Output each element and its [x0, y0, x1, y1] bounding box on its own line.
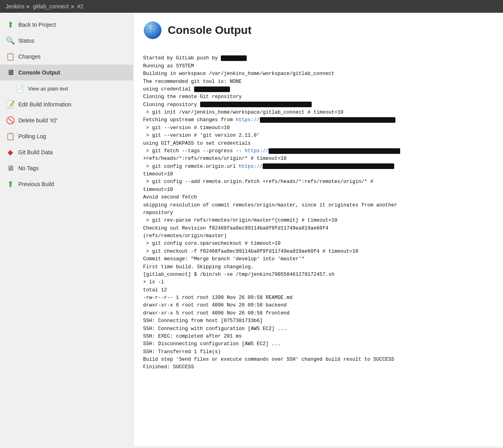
console-line-4: The recommended git tool is: NONE	[143, 79, 242, 84]
git-icon: ◆	[6, 148, 14, 156]
notepad-icon: 📋	[6, 53, 14, 61]
console-line-16: timeout=10	[143, 171, 173, 177]
notags-icon: 🖥	[6, 164, 14, 172]
sidebar-item-no-tags[interactable]: 🖥 No Tags	[0, 160, 133, 176]
console-line-41: Finished: SUCCESS	[143, 364, 194, 370]
sidebar-item-delete-build[interactable]: 🚫 Delete build '#2'	[0, 112, 133, 128]
sidebar-label-view-plain-text: View as plain text	[28, 86, 68, 92]
console-line-22: > git rev-parse refs/remotes/origin/mast…	[143, 218, 338, 223]
console-line-1: Started by GitLab push by	[143, 55, 247, 61]
console-line-39: SSH: Transferred 1 file(s)	[143, 349, 221, 355]
console-line-33: drwxr-xr-x 6 root root 4096 Nov 26 09:58…	[143, 303, 287, 308]
console-line-27: Commit message: "Merge branch 'develop' …	[143, 256, 305, 262]
console-line-20: skipping resolution of commit remotes/or…	[143, 202, 397, 208]
breadcrumb-build-number[interactable]: #2	[77, 3, 84, 10]
sidebar-item-previous-build[interactable]: ⬆ Previous Build	[0, 176, 133, 192]
redacted-url-1	[260, 117, 395, 123]
main-content: Console Output Started by GitLab push by…	[134, 13, 503, 446]
sidebar-label-git-build-data: Git Build Data	[18, 149, 53, 155]
page-title: Console Output	[168, 24, 252, 37]
redacted-url-2	[269, 148, 400, 154]
console-link-2[interactable]: https://	[245, 148, 269, 154]
breadcrumb-jenkins[interactable]: Jenkins	[6, 3, 24, 10]
page-header: Console Output	[143, 21, 493, 40]
console-line-9: Fetching upstream changes from https://	[143, 117, 395, 123]
console-line-28: First time build. Skipping changelog.	[143, 264, 254, 270]
sidebar-label-edit-build-info: Edit Build Information	[18, 101, 71, 108]
sidebar-item-git-build-data[interactable]: ◆ Git Build Data	[0, 144, 133, 160]
sidebar-label-changes: Changes	[18, 53, 41, 60]
console-line-2: Running as SYSTEM	[143, 63, 194, 69]
redacted-repo-url	[200, 102, 312, 107]
sidebar-item-edit-build-info[interactable]: 📝 Edit Build Information	[0, 96, 133, 112]
console-link-3[interactable]: https://	[239, 164, 263, 169]
search-icon: 🔍	[6, 37, 14, 45]
delete-icon: 🚫	[6, 116, 14, 124]
console-line-17: > git config --add remote.origin.fetch +…	[143, 179, 373, 185]
sidebar-label-polling-log: Polling Log	[18, 133, 46, 140]
document-icon: 📄	[16, 84, 24, 92]
sidebar-item-polling-log[interactable]: 📋 Polling Log	[0, 128, 133, 144]
console-line-14: +refs/heads/*:refs/remotes/origin/* # ti…	[143, 156, 287, 161]
console-line-30: + ls -l	[143, 279, 164, 285]
sidebar-label-previous-build: Previous Build	[18, 181, 54, 187]
sidebar-label-delete-build: Delete build '#2'	[18, 117, 58, 124]
console-link-1[interactable]: https://	[236, 117, 260, 123]
console-line-29: [gitlab_connect] $ /bin/sh -xe /tmp/jenk…	[143, 272, 334, 277]
console-line-36: SSH: Connecting with configuration [AWS …	[143, 326, 287, 332]
console-line-15: > git config remote.origin.url https://	[143, 164, 394, 169]
console-line-3: Building in workspace /var/jenkins_home/…	[143, 71, 334, 77]
console-line-35: SSH: Connecting from host [0757381733b6]	[143, 318, 263, 324]
sidebar-item-changes[interactable]: 📋 Changes	[0, 49, 133, 65]
console-line-26: > git checkout -f f82468faa8ec99114ba0f9…	[143, 249, 358, 254]
console-line-12: using GIT_ASKPASS to set credentials	[143, 141, 251, 146]
console-output-area: Started by GitLab push by Running as SYS…	[143, 47, 493, 379]
sidebar-item-status[interactable]: 🔍 Status	[0, 33, 133, 49]
sidebar-item-console-output[interactable]: 🖥 Console Output	[0, 65, 133, 81]
back-icon: ⬆	[6, 21, 14, 29]
console-line-32: -rw-r--r-- 1 root root 1398 Nov 26 09:58…	[143, 295, 293, 301]
sidebar-item-back-to-project[interactable]: ⬆ Back to Project	[0, 17, 133, 33]
redacted-user	[221, 55, 247, 61]
sidebar-label-status: Status	[18, 37, 34, 44]
breadcrumb-sep-2: ▶	[71, 4, 75, 9]
globe-icon	[143, 21, 162, 40]
polling-icon: 📋	[6, 132, 14, 140]
redacted-url-3	[263, 163, 394, 169]
console-line-23: Checking out Revision f82468faa8ec99114b…	[143, 226, 328, 231]
monitor-icon: 🖥	[6, 69, 14, 77]
console-line-5: using credential	[143, 86, 230, 92]
sidebar-label-back-to-project: Back to Project	[18, 22, 56, 28]
console-line-10: > git --version # timeout=10	[143, 125, 230, 131]
console-line-34: drwxr-xr-x 5 root root 4096 Nov 26 09:58…	[143, 310, 290, 316]
console-line-21: repository	[143, 210, 173, 216]
sidebar: ⬆ Back to Project 🔍 Status 📋 Changes 🖥 C…	[0, 13, 134, 446]
console-line-25: > git config core.sparsecheckout # timeo…	[143, 241, 281, 246]
redacted-credential	[194, 86, 230, 92]
breadcrumb-gitlab-connect[interactable]: gitlab_connect	[33, 3, 69, 10]
breadcrumb-sep-1: ▶	[27, 4, 30, 9]
previous-icon: ⬆	[6, 180, 14, 188]
console-line-38: SSH: Disconnecting configuration [AWS EC…	[143, 341, 281, 347]
console-line-24: (refs/remotes/origin/master)	[143, 233, 227, 239]
sidebar-label-console-output: Console Output	[18, 69, 60, 76]
sidebar-label-no-tags: No Tags	[18, 165, 39, 171]
edit-icon: 📝	[6, 100, 14, 108]
console-line-13: > git fetch --tags --progress -- https:/…	[143, 148, 400, 154]
console-line-18: timeout=10	[143, 187, 173, 193]
console-line-7: Cloning repository	[143, 102, 312, 108]
console-line-11: > git --version # 'git version 2.11.0'	[143, 133, 260, 138]
sidebar-item-view-plain-text[interactable]: 📄 View as plain text	[0, 81, 133, 96]
console-line-40: Build step 'Send files or execute comman…	[143, 357, 394, 362]
console-line-19: Avoid second fetch	[143, 195, 197, 200]
console-line-37: SSH: EXEC: completed after 201 ms	[143, 334, 242, 339]
console-line-8: > git init /var/jenkins_home/workspace/g…	[143, 110, 344, 115]
breadcrumb: Jenkins ▶ gitlab_connect ▶ #2	[0, 0, 503, 13]
console-line-31: total 12	[143, 287, 167, 293]
console-line-6: Cloning the remote Git repository	[143, 94, 242, 100]
